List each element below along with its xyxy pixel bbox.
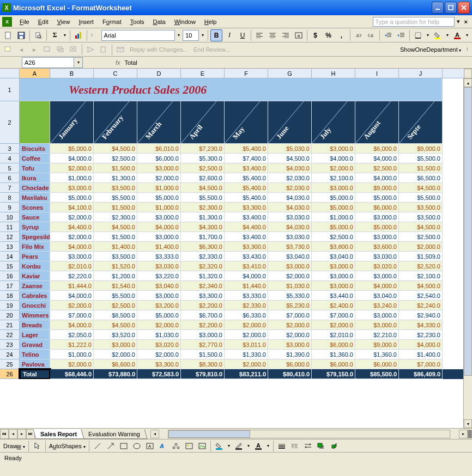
product-cell[interactable]: Sauce bbox=[20, 212, 50, 222]
macro-button[interactable]: ShowOneDepartment ▾ bbox=[398, 46, 463, 53]
shadow-style-button[interactable] bbox=[315, 440, 327, 452]
line-tool-button[interactable] bbox=[92, 440, 104, 452]
data-cell[interactable]: $3,500.0 bbox=[399, 212, 443, 222]
data-cell[interactable]: $2,300.0 bbox=[181, 203, 225, 212]
data-cell[interactable]: $4,000.0 bbox=[50, 154, 94, 163]
data-cell[interactable]: $4,400.0 bbox=[225, 222, 268, 232]
product-cell[interactable]: Telino bbox=[20, 350, 50, 359]
product-cell[interactable]: Filo Mix bbox=[20, 242, 50, 252]
data-cell[interactable]: $5,400.0 bbox=[225, 173, 268, 183]
data-cell[interactable]: $6,000.0 bbox=[355, 359, 399, 369]
data-cell[interactable]: $3,520.0 bbox=[94, 330, 137, 340]
data-cell[interactable]: $5,500.0 bbox=[94, 193, 137, 203]
horizontal-split-handle[interactable] bbox=[468, 430, 472, 438]
autosum-dropdown-icon[interactable]: ▾ bbox=[62, 29, 68, 41]
row-header-10[interactable]: 10 bbox=[0, 212, 20, 222]
data-cell[interactable]: $3,000.0 bbox=[312, 183, 355, 193]
borders-button[interactable] bbox=[412, 29, 424, 41]
month-header-septe[interactable]: Septe bbox=[399, 101, 443, 144]
column-header-e[interactable]: E bbox=[181, 69, 225, 78]
product-cell[interactable]: Konbu bbox=[20, 261, 50, 271]
product-cell[interactable]: Lager bbox=[20, 330, 50, 340]
data-cell[interactable]: $6,300.0 bbox=[181, 242, 225, 252]
data-cell[interactable]: $6,000.0 bbox=[355, 144, 399, 154]
data-cell[interactable]: $6,000.0 bbox=[312, 340, 355, 350]
data-cell[interactable]: $2,220.0 bbox=[50, 271, 94, 281]
data-cell[interactable]: $2,000.0 bbox=[50, 359, 94, 369]
product-cell[interactable]: Zaanse bbox=[20, 281, 50, 291]
scroll-left-button[interactable]: ◂ bbox=[150, 430, 159, 438]
data-cell[interactable]: $3,000.0 bbox=[355, 232, 399, 242]
name-box-dropdown-icon[interactable]: ▾ bbox=[74, 57, 83, 68]
product-cell[interactable]: Choclade bbox=[20, 183, 50, 193]
column-header-a[interactable]: A bbox=[20, 69, 50, 78]
month-header-january[interactable]: January bbox=[50, 101, 94, 144]
data-cell[interactable]: $7,000.0 bbox=[312, 310, 355, 320]
data-cell[interactable]: $1,400.0 bbox=[94, 242, 137, 252]
data-cell[interactable]: $4,000.0 bbox=[50, 242, 94, 252]
reply-with-changes-button[interactable]: Reply with Changes... bbox=[128, 46, 190, 53]
data-cell[interactable]: $4,030.0 bbox=[268, 222, 312, 232]
align-center-button[interactable] bbox=[267, 29, 279, 41]
font-color-draw-dropdown-icon[interactable]: ▾ bbox=[265, 440, 271, 452]
row-header-22[interactable]: 22 bbox=[0, 330, 20, 340]
data-cell[interactable]: $4,500.0 bbox=[399, 222, 443, 232]
data-cell[interactable]: $2,230.0 bbox=[399, 330, 443, 340]
column-header-d[interactable]: D bbox=[137, 69, 181, 78]
row-header-2[interactable]: 2 bbox=[0, 101, 20, 144]
row-header-3[interactable]: 3 bbox=[0, 144, 20, 154]
data-cell[interactable]: $5,500.0 bbox=[94, 291, 137, 301]
data-cell[interactable]: $3,600.0 bbox=[355, 242, 399, 252]
row-header-6[interactable]: 6 bbox=[0, 173, 20, 183]
data-cell[interactable]: $3,440.0 bbox=[312, 291, 355, 301]
data-cell[interactable]: $4,500.0 bbox=[94, 144, 137, 154]
data-cell[interactable]: $1,520.0 bbox=[94, 261, 137, 271]
data-cell[interactable]: $3,040.0 bbox=[268, 252, 312, 261]
data-cell[interactable]: $1,700.0 bbox=[181, 232, 225, 242]
data-cell[interactable]: $3,000.0 bbox=[137, 291, 181, 301]
italic-button[interactable]: I bbox=[223, 29, 235, 41]
row-header-25[interactable]: 25 bbox=[0, 359, 20, 369]
column-header-f[interactable]: F bbox=[225, 69, 268, 78]
data-cell[interactable]: $1,030.0 bbox=[137, 330, 181, 340]
arrow-style-button[interactable] bbox=[302, 440, 314, 452]
data-cell[interactable]: $5,230.0 bbox=[268, 301, 312, 310]
product-cell[interactable]: Pears bbox=[20, 252, 50, 261]
data-cell[interactable]: $1,540.0 bbox=[94, 281, 137, 291]
data-cell[interactable]: $5,300.0 bbox=[181, 154, 225, 163]
decrease-indent-button[interactable] bbox=[382, 29, 394, 41]
data-cell[interactable]: $2,000.0 bbox=[312, 320, 355, 330]
row-header-4[interactable]: 4 bbox=[0, 154, 20, 163]
column-header-g[interactable]: G bbox=[268, 69, 312, 78]
font-color-button[interactable]: A bbox=[451, 29, 463, 41]
data-cell[interactable]: $3,030.0 bbox=[268, 232, 312, 242]
total-cell[interactable]: $79,150.0 bbox=[312, 369, 355, 379]
product-cell[interactable]: Kaviar bbox=[20, 271, 50, 281]
print-preview-button[interactable] bbox=[32, 29, 44, 41]
data-cell[interactable]: $2,500.0 bbox=[181, 163, 225, 173]
prev-comment-button[interactable]: ◂ bbox=[15, 44, 27, 56]
data-cell[interactable]: $3,011.0 bbox=[225, 340, 268, 350]
data-cell[interactable]: $7,400.0 bbox=[225, 154, 268, 163]
data-cell[interactable]: $2,100.0 bbox=[312, 173, 355, 183]
data-cell[interactable]: $3,400.0 bbox=[225, 163, 268, 173]
data-cell[interactable]: $3,000.0 bbox=[50, 252, 94, 261]
data-cell[interactable]: $4,030.0 bbox=[268, 193, 312, 203]
data-cell[interactable]: $3,000.0 bbox=[94, 340, 137, 350]
data-cell[interactable]: $2,030.0 bbox=[268, 173, 312, 183]
line-color-dropdown-icon[interactable]: ▾ bbox=[246, 440, 251, 452]
row-header-13[interactable]: 13 bbox=[0, 242, 20, 252]
dash-style-button[interactable] bbox=[289, 440, 301, 452]
oval-tool-button[interactable] bbox=[131, 440, 143, 452]
rectangle-tool-button[interactable] bbox=[118, 440, 130, 452]
data-cell[interactable]: $1,440.0 bbox=[225, 281, 268, 291]
data-cell[interactable]: $2,000.0 bbox=[50, 212, 94, 222]
data-cell[interactable]: $2,000.0 bbox=[137, 173, 181, 183]
total-cell[interactable]: $73,880.0 bbox=[94, 369, 137, 379]
data-cell[interactable]: $7,000.0 bbox=[399, 359, 443, 369]
data-cell[interactable]: $4,330.0 bbox=[399, 320, 443, 330]
data-cell[interactable]: $2,770.0 bbox=[181, 340, 225, 350]
data-cell[interactable]: $4,000.0 bbox=[50, 291, 94, 301]
product-cell[interactable]: Biscuits bbox=[20, 144, 50, 154]
underline-button[interactable]: U bbox=[237, 29, 249, 41]
